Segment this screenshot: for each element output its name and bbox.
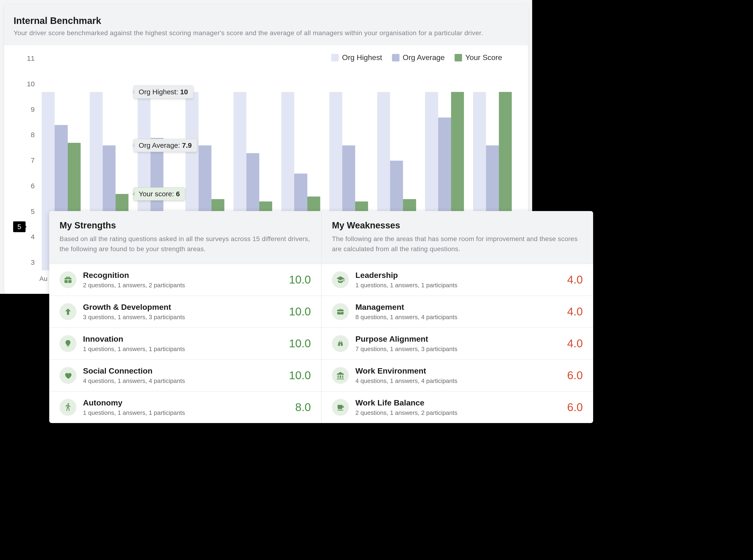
item-score: 10.0 [289, 305, 311, 318]
item-name: Autonomy [83, 398, 289, 407]
chart-x-start-label: Au [39, 275, 47, 283]
item-name: Growth & Development [83, 302, 283, 312]
strengths-header: My Strengths Based on all the rating que… [49, 211, 321, 264]
item-meta: 7 questions, 1 answers, 3 participants [355, 345, 561, 353]
gradcap-icon [332, 271, 349, 288]
strengths-weaknesses-panel: My Strengths Based on all the rating que… [49, 211, 593, 423]
item-text: Growth & Development3 questions, 1 answe… [83, 302, 283, 321]
item-name: Recognition [83, 271, 283, 280]
list-item[interactable]: Work Environment4 questions, 1 answers, … [322, 359, 593, 391]
strengths-list: Recognition2 questions, 1 answers, 2 par… [49, 264, 321, 423]
item-text: Management8 questions, 1 answers, 4 part… [355, 302, 561, 321]
benchmark-subtitle: Your driver score benchmarked against th… [14, 29, 518, 37]
y-tick: 3 [14, 258, 35, 266]
item-score: 6.0 [567, 401, 583, 414]
y-tick: 11 [14, 54, 35, 62]
list-item[interactable]: Innovation1 questions, 1 answers, 1 part… [49, 327, 321, 359]
weaknesses-column: My Weaknesses The following are the area… [321, 211, 593, 423]
item-name: Work Life Balance [355, 398, 561, 407]
item-name: Work Environment [355, 366, 561, 376]
walk-icon [60, 399, 77, 416]
list-item[interactable]: Autonomy1 questions, 1 answers, 1 partic… [49, 391, 321, 423]
briefcase-icon [332, 303, 349, 320]
legend-swatch-high [331, 54, 339, 61]
y-tick: 6 [14, 182, 35, 190]
item-meta: 4 questions, 1 answers, 4 participants [83, 377, 283, 385]
gift-icon [60, 271, 77, 288]
item-meta: 2 questions, 1 answers, 2 participants [355, 409, 561, 417]
weaknesses-subtitle: The following are the areas that has som… [332, 234, 583, 254]
y-tick: 9 [14, 105, 35, 114]
item-text: Recognition2 questions, 1 answers, 2 par… [83, 271, 283, 289]
item-score: 10.0 [289, 369, 311, 382]
bulb-icon [60, 335, 77, 352]
item-text: Autonomy1 questions, 1 answers, 1 partic… [83, 398, 289, 417]
y-tick: 7 [14, 156, 35, 164]
item-name: Leadership [355, 271, 561, 280]
y-tick: 10 [14, 80, 35, 88]
axis-flag-marker: 5 [13, 221, 25, 232]
tooltip-label: Org Average: [139, 141, 182, 149]
item-text: Work Environment4 questions, 1 answers, … [355, 366, 561, 385]
legend-swatch-avg [392, 54, 400, 61]
weaknesses-list: Leadership1 questions, 1 answers, 1 part… [322, 264, 593, 423]
strengths-title: My Strengths [60, 220, 311, 231]
item-meta: 8 questions, 1 answers, 4 participants [355, 314, 561, 321]
weaknesses-title: My Weaknesses [332, 220, 583, 231]
legend-item-your-score: Your Score [454, 53, 502, 62]
item-name: Management [355, 302, 561, 312]
item-name: Innovation [83, 334, 283, 343]
list-item[interactable]: Social Connection4 questions, 1 answers,… [49, 359, 321, 391]
item-name: Purpose Alignment [355, 334, 561, 343]
y-tick: 4 [14, 233, 35, 241]
item-score: 4.0 [567, 273, 583, 286]
chart-y-axis: 34567891011 [14, 66, 35, 271]
benchmark-header: Internal Benchmark Your driver score ben… [4, 4, 528, 45]
item-meta: 1 questions, 1 answers, 1 participants [355, 282, 561, 289]
strengths-column: My Strengths Based on all the rating que… [49, 211, 321, 423]
chart-tooltip: Your score: 6 [134, 187, 185, 200]
list-item[interactable]: Purpose Alignment7 questions, 1 answers,… [322, 327, 593, 359]
legend-swatch-you [454, 54, 462, 61]
legend-label: Your Score [465, 53, 502, 62]
tooltip-value: 10 [180, 88, 188, 96]
item-score: 4.0 [567, 305, 583, 318]
item-score: 10.0 [289, 337, 311, 350]
chart-tooltip: Org Average: 7.9 [134, 139, 197, 152]
item-text: Purpose Alignment7 questions, 1 answers,… [355, 334, 561, 353]
benchmark-title: Internal Benchmark [14, 16, 518, 26]
weaknesses-header: My Weaknesses The following are the area… [322, 211, 593, 264]
item-score: 8.0 [295, 401, 311, 414]
coffee-icon [332, 399, 349, 416]
tooltip-value: 7.9 [182, 141, 192, 149]
legend-item-org-highest: Org Highest [331, 53, 382, 62]
item-text: Leadership1 questions, 1 answers, 1 part… [355, 271, 561, 289]
item-score: 4.0 [567, 337, 583, 350]
heart-icon [60, 367, 77, 384]
arrow-up-icon [60, 303, 77, 320]
binoculars-icon [332, 335, 349, 352]
item-name: Social Connection [83, 366, 283, 376]
list-item[interactable]: Management8 questions, 1 answers, 4 part… [322, 296, 593, 327]
bank-icon [332, 367, 349, 384]
tooltip-label: Org Highest: [139, 88, 180, 96]
item-meta: 2 questions, 1 answers, 2 participants [83, 282, 283, 289]
tooltip-label: Your score: [139, 190, 176, 198]
list-item[interactable]: Growth & Development3 questions, 1 answe… [49, 296, 321, 327]
y-tick: 5 [14, 207, 35, 216]
item-meta: 3 questions, 1 answers, 3 participants [83, 314, 283, 321]
legend-label: Org Highest [342, 53, 382, 62]
list-item[interactable]: Leadership1 questions, 1 answers, 1 part… [322, 264, 593, 296]
legend-label: Org Average [403, 53, 445, 62]
item-text: Innovation1 questions, 1 answers, 1 part… [83, 334, 283, 353]
item-meta: 4 questions, 1 answers, 4 participants [355, 377, 561, 385]
strengths-subtitle: Based on all the rating questions asked … [60, 234, 311, 254]
item-score: 10.0 [289, 273, 311, 286]
legend-item-org-average: Org Average [392, 53, 445, 62]
chart-legend: Org Highest Org Average Your Score [11, 52, 521, 64]
list-item[interactable]: Work Life Balance2 questions, 1 answers,… [322, 391, 593, 423]
chart-tooltip: Org Highest: 10 [134, 85, 194, 99]
item-text: Social Connection4 questions, 1 answers,… [83, 366, 283, 385]
tooltip-value: 6 [176, 190, 180, 198]
list-item[interactable]: Recognition2 questions, 1 answers, 2 par… [49, 264, 321, 296]
